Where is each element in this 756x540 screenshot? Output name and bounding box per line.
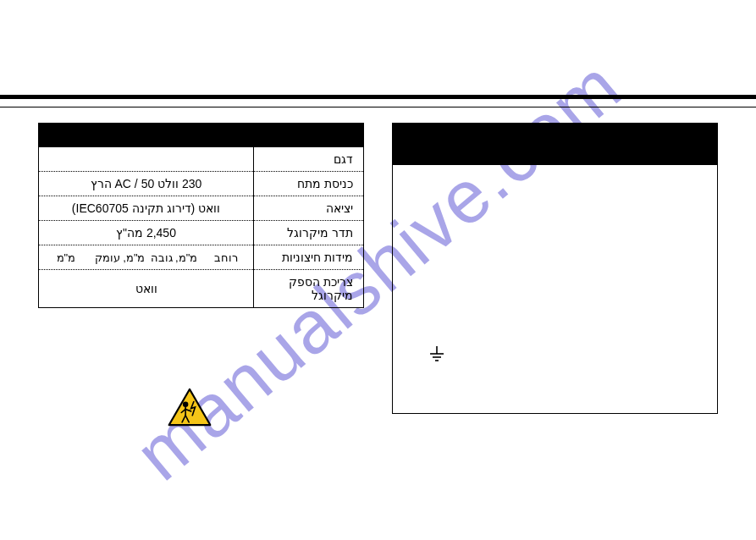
specs-header-bar (38, 123, 364, 146)
spec-label-frequency: תדר מיקרוגל (254, 221, 364, 245)
table-row: כניסת מתח 230 וולט AC / 50 הרץ (39, 172, 364, 196)
spec-value-output: וואט (דירוג תקינה IEC60705) (39, 196, 254, 221)
specs-column: דגם כניסת מתח 230 וולט AC / 50 הרץ יציאה… (38, 123, 364, 308)
dim-depth-value: מ"מ (42, 251, 90, 264)
table-row: מידות חיצוניות רוחב מ"מ, גובה מ"מ, עומק … (39, 245, 364, 270)
dim-width-value: מ"מ, גובה (151, 251, 198, 264)
spec-value-dimensions: רוחב מ"מ, גובה מ"מ, עומק מ"מ (39, 245, 254, 270)
spec-value-frequency: 2,450 מה"ץ (39, 221, 254, 245)
table-row: תדר מיקרוגל 2,450 מה"ץ (39, 221, 364, 245)
grounding-box (392, 164, 718, 414)
spec-label-output: יציאה (254, 196, 364, 221)
grounding-column (392, 123, 718, 414)
earth-ground-symbol-icon (428, 346, 445, 366)
spec-value-model (39, 147, 254, 172)
table-row: צריכת הספק מיקרוגל וואט (39, 270, 364, 308)
specs-table: דגם כניסת מתח 230 וולט AC / 50 הרץ יציאה… (38, 146, 364, 308)
dim-height-value: מ"מ, עומק (95, 251, 146, 264)
table-row: יציאה וואט (דירוג תקינה IEC60705) (39, 196, 364, 221)
svg-marker-4 (169, 389, 211, 425)
spec-value-input: 230 וולט AC / 50 הרץ (39, 172, 254, 196)
spec-label-dimensions: מידות חיצוניות (254, 245, 364, 270)
dim-width-label: רוחב (202, 251, 250, 264)
electric-shock-warning-icon (168, 388, 212, 427)
spec-label-consumption: צריכת הספק מיקרוגל (254, 270, 364, 308)
table-row: דגם (39, 147, 364, 172)
spec-label-model: דגם (254, 147, 364, 172)
grounding-header-bar (392, 123, 718, 165)
spec-label-input: כניסת מתח (254, 172, 364, 196)
page: manualshive.com דגם כניסת מתח 230 וולט A… (0, 0, 756, 540)
rule-thin (0, 107, 756, 107)
rule-thick (0, 95, 756, 99)
spec-value-consumption: וואט (39, 270, 254, 308)
